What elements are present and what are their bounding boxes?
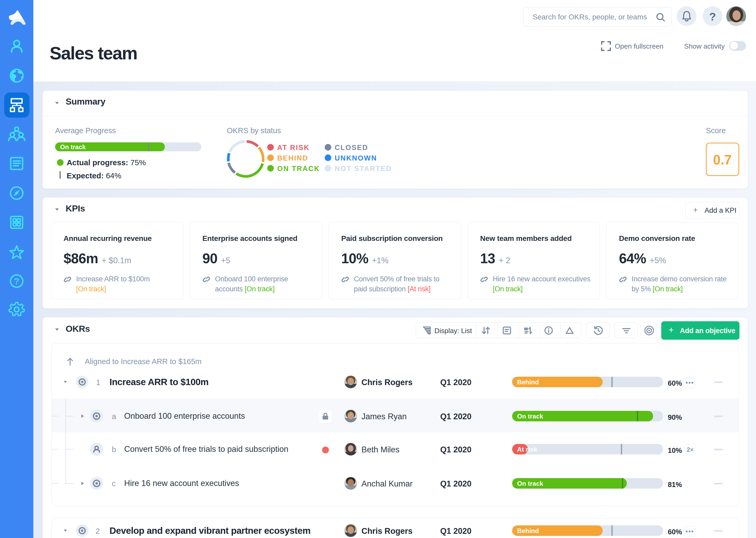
svg-text:?: ?: [14, 276, 20, 286]
